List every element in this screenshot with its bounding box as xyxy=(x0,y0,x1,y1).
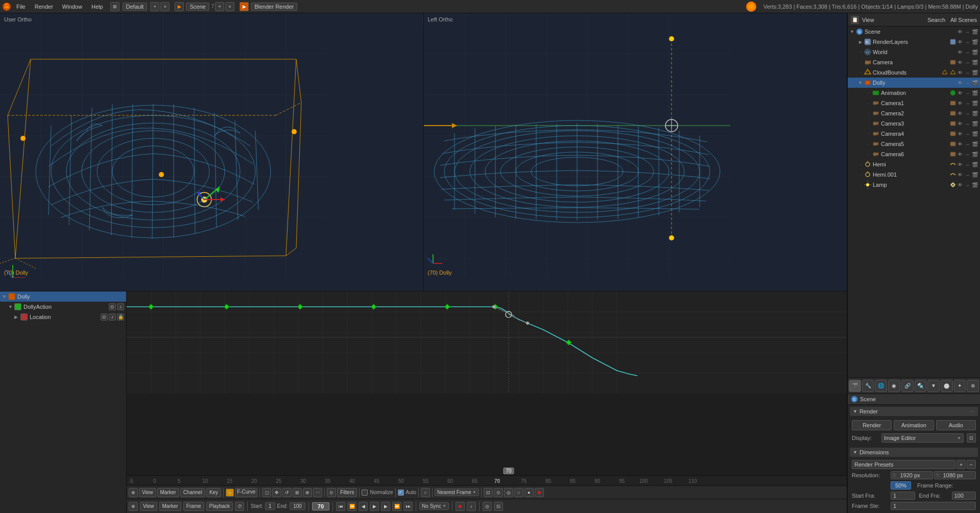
scene-eye[interactable]: 👁 xyxy=(958,29,964,35)
prop-tab-constraints[interactable]: 🔗 xyxy=(901,380,914,392)
sync-selector[interactable]: No Sync ▼ xyxy=(419,502,449,510)
viewport-right[interactable]: Left Ortho (70) Dolly ⊕ View Select Add … xyxy=(424,13,847,291)
tree-renderlayers[interactable]: ▶ R RenderLayers 👁 → 🎬 xyxy=(848,37,980,47)
anim-eye[interactable]: 👁 xyxy=(958,90,964,96)
ce-move[interactable]: ✥ xyxy=(272,488,281,497)
menu-window[interactable]: Window xyxy=(58,3,86,11)
pb-render1[interactable]: ◎ xyxy=(483,502,492,511)
pb-marker[interactable]: Marker xyxy=(159,502,181,511)
start-frame-value[interactable]: 1 xyxy=(891,492,915,500)
tree-hemi[interactable]: · Hemi 👁 → 🎬 xyxy=(848,159,980,169)
anim-render[interactable]: 🎬 xyxy=(972,90,978,96)
ce-view[interactable]: View xyxy=(139,488,156,497)
camera-eye[interactable]: 👁 xyxy=(958,60,964,65)
ce-circle[interactable]: ○ xyxy=(421,488,430,497)
pb-playback[interactable]: Playback xyxy=(206,502,233,511)
prop-tab-particles[interactable]: ✦ xyxy=(954,380,966,392)
cam3-cursor[interactable]: → xyxy=(965,121,971,127)
loc-lock[interactable]: 🔒 xyxy=(117,313,124,321)
tree-camera3[interactable]: · Camera3 👁 → 🎬 xyxy=(848,118,980,129)
pb-audio[interactable]: ♪ xyxy=(467,502,476,511)
pb-prev-frame[interactable]: ◀ xyxy=(358,502,368,511)
hemi-eye[interactable]: 👁 xyxy=(958,162,964,167)
res-x-value[interactable]: 1920 px xyxy=(899,472,932,479)
render-section-expand[interactable]: ⋯ xyxy=(970,409,975,414)
pb-play[interactable]: ▶ xyxy=(370,502,379,511)
pb-next-keyframe[interactable]: ⏩ xyxy=(392,502,401,511)
cam2-cursor[interactable]: → xyxy=(965,111,971,116)
ce-snap[interactable]: ⊡ xyxy=(484,488,493,497)
presets-add[interactable]: + xyxy=(957,460,966,469)
presets-remove[interactable]: − xyxy=(967,460,976,469)
ce-zoom[interactable]: ⊕ xyxy=(303,488,312,497)
cam3-render[interactable]: 🎬 xyxy=(972,121,978,127)
loc-bone[interactable]: ⊙ xyxy=(101,313,108,321)
display-dropdown[interactable]: Image Editor ▼ xyxy=(881,433,964,443)
prop-tab-physics[interactable]: ⊕ xyxy=(967,380,979,392)
world-eye[interactable]: 👁 xyxy=(958,50,964,55)
render-animation-btn[interactable]: Animation xyxy=(894,420,934,430)
menu-help[interactable]: Help xyxy=(87,3,107,11)
world-render[interactable]: 🎬 xyxy=(972,50,978,55)
cam6-render[interactable]: 🎬 xyxy=(972,152,978,157)
pb-prev-keyframe[interactable]: ⏪ xyxy=(347,502,356,511)
ce-marker[interactable]: Marker xyxy=(157,488,179,497)
pb-view[interactable]: View xyxy=(140,502,157,511)
lamp-eye[interactable]: 👁 xyxy=(958,182,964,188)
ce-interpolation[interactable]: F-Curve xyxy=(235,488,257,497)
cam4-render[interactable]: 🎬 xyxy=(972,131,978,137)
hemi001-eye[interactable]: 👁 xyxy=(958,172,964,178)
pb-render2[interactable]: ⊡ xyxy=(494,502,503,511)
tree-animation[interactable]: · Animation 👁 → 🎬 xyxy=(848,88,980,98)
ce-channel[interactable]: Channel xyxy=(180,488,205,497)
cam1-eye[interactable]: 👁 xyxy=(958,101,964,106)
cam5-render[interactable]: 🎬 xyxy=(972,141,978,147)
outliner-item-dollyaction[interactable]: ▼ DollyAction ⊙ ♪ xyxy=(0,302,126,312)
cb-render[interactable]: 🎬 xyxy=(972,70,978,76)
res-y-value[interactable]: 1080 px xyxy=(942,472,975,479)
prop-tab-scene[interactable]: 🔧 xyxy=(862,380,874,392)
tree-cloudbounds[interactable]: · CloudBounds 👁 → 🎬 xyxy=(848,67,980,78)
cb-eye[interactable]: 👁 xyxy=(958,70,964,76)
normalize-cb[interactable] xyxy=(362,490,368,496)
pb-jump-start[interactable]: ⏮ xyxy=(336,502,345,511)
tree-scene[interactable]: ▼ S Scene 👁 → 🎬 xyxy=(848,27,980,37)
display-icon[interactable]: ⊡ xyxy=(967,433,976,443)
camera-cursor[interactable]: → xyxy=(965,60,971,65)
nearest-frame-selector[interactable]: Nearest Frame ▼ xyxy=(435,488,479,496)
ce-key[interactable]: Key xyxy=(206,488,221,497)
outliner-item-location[interactable]: ▶ Location ⊙ ♪ 🔒 xyxy=(0,312,126,322)
viewport-left[interactable]: User Ortho (70) Dolly ⊕ View Select Add … xyxy=(0,13,424,291)
outliner-search-btn[interactable]: View xyxy=(862,17,922,23)
ce-rec[interactable]: ⏺ xyxy=(535,488,544,497)
lamp-render[interactable]: 🎬 xyxy=(972,182,978,188)
rl-render[interactable]: 🎬 xyxy=(972,39,978,45)
cam2-eye[interactable]: 👁 xyxy=(958,111,964,116)
pb-next-frame[interactable]: ▶ xyxy=(381,502,390,511)
ce-prop1[interactable]: ◎ xyxy=(504,488,513,497)
outliner-search-label[interactable]: Search xyxy=(927,17,945,23)
cam6-eye[interactable]: 👁 xyxy=(958,152,964,157)
hemi-cursor[interactable]: → xyxy=(965,162,971,167)
scene-cursor[interactable]: → xyxy=(965,29,971,35)
scene-close[interactable]: × xyxy=(225,2,234,11)
frame-step-value[interactable]: 1 xyxy=(891,502,976,510)
cam1-cursor[interactable]: → xyxy=(965,101,971,106)
ce-magnet[interactable]: ⊙ xyxy=(494,488,503,497)
menu-file[interactable]: File xyxy=(12,3,30,11)
ce-rotate[interactable]: ↺ xyxy=(282,488,292,497)
rl-eye[interactable]: 👁 xyxy=(958,39,964,45)
workspace-selector[interactable]: Default xyxy=(123,3,148,11)
curve-editor-canvas[interactable]: 70 xyxy=(127,291,847,475)
workspace-close[interactable]: × xyxy=(160,2,170,11)
dim-title[interactable]: ▼ Dimensions xyxy=(850,448,978,457)
prop-tab-data[interactable]: ▼ xyxy=(927,380,940,392)
percent-value[interactable]: 50% xyxy=(891,481,911,490)
prop-tab-world[interactable]: 🌐 xyxy=(875,380,887,392)
ce-scale[interactable]: ⊞ xyxy=(293,488,302,497)
presets-dropdown[interactable]: Render Presets xyxy=(852,460,955,469)
ce-more[interactable]: ⋯ xyxy=(313,488,322,497)
dollyaction-icon2[interactable]: ♪ xyxy=(117,303,124,310)
pb-jump-end[interactable]: ⏭ xyxy=(403,502,413,511)
end-frame-value[interactable]: 100 xyxy=(952,492,976,500)
